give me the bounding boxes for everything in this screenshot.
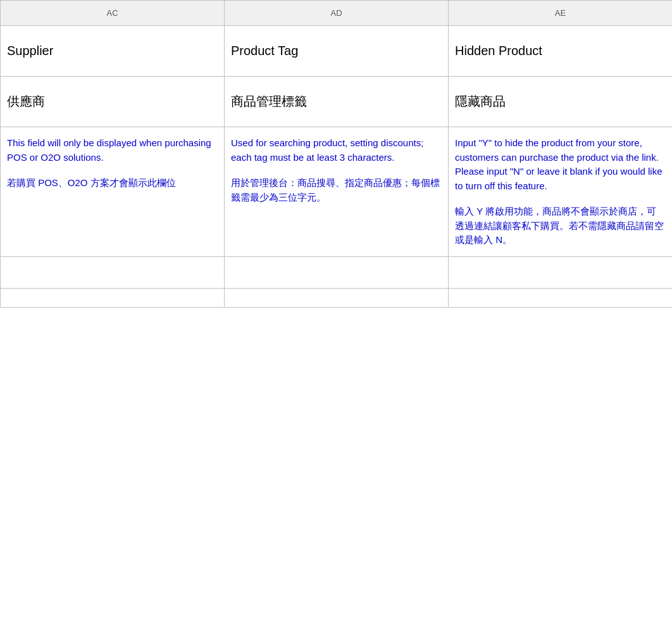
last-cell-3	[449, 288, 673, 307]
last-cell-1	[1, 288, 225, 307]
empty-cell-1	[1, 256, 225, 288]
description-supplier: This field will only be displayed when p…	[1, 127, 225, 257]
english-label-row: Supplier Product Tag Hidden Product	[1, 26, 673, 77]
column-header-ad: AD	[225, 1, 449, 26]
column-header-ae: AE	[449, 1, 673, 26]
spreadsheet-table: AC AD AE Supplier Product Tag Hidden Pro…	[0, 0, 672, 308]
last-row	[1, 288, 673, 307]
description-product-tag-zh: 用於管理後台：商品搜尋、指定商品優惠；每個標籤需最少為三位字元。	[231, 176, 442, 204]
label-product-tag-en: Product Tag	[225, 26, 449, 77]
description-supplier-en: This field will only be displayed when p…	[7, 136, 218, 165]
column-header-ac: AC	[1, 1, 225, 26]
label-product-tag-zh: 商品管理標籤	[225, 77, 449, 127]
label-supplier-zh: 供應商	[1, 77, 225, 127]
empty-cell-3	[449, 256, 673, 288]
description-product-tag: Used for searching product, setting disc…	[225, 127, 449, 257]
label-hidden-product-zh: 隱藏商品	[449, 77, 673, 127]
description-product-tag-en: Used for searching product, setting disc…	[231, 136, 442, 165]
label-hidden-product-en: Hidden Product	[449, 26, 673, 77]
description-hidden-product: Input "Y" to hide the product from your …	[449, 127, 673, 257]
description-hidden-product-en: Input "Y" to hide the product from your …	[455, 136, 666, 193]
description-hidden-product-zh: 輸入 Y 將啟用功能，商品將不會顯示於商店，可透過連結讓顧客私下購買。若不需隱藏…	[455, 204, 666, 247]
chinese-label-row: 供應商 商品管理標籤 隱藏商品	[1, 77, 673, 127]
label-supplier-en: Supplier	[1, 26, 225, 77]
description-row: This field will only be displayed when p…	[1, 127, 673, 257]
description-supplier-zh: 若購買 POS、O2O 方案才會顯示此欄位	[7, 176, 218, 191]
empty-cell-2	[225, 256, 449, 288]
empty-row-1	[1, 256, 673, 288]
column-header-row: AC AD AE	[1, 1, 673, 26]
last-cell-2	[225, 288, 449, 307]
